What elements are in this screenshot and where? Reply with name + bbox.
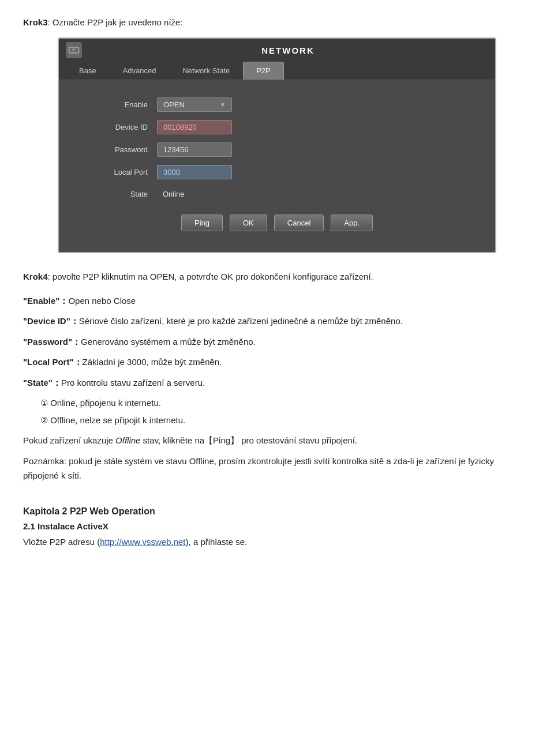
ping-button[interactable]: Ping xyxy=(181,215,223,231)
desc-enable: "Enable"：Open nebo Close xyxy=(23,294,531,309)
intro-paragraph: Krok3: Označte P2P jak je uvedeno níže: xyxy=(23,17,531,27)
desc-state: "State"：Pro kontrolu stavu zařízení a se… xyxy=(23,375,531,390)
label-device-id: Device ID xyxy=(93,123,157,131)
ok-button[interactable]: OK xyxy=(230,215,267,231)
section-heading: 2.1 Instalace ActiveX xyxy=(23,521,531,531)
network-tabs: Base Advanced Network State P2P xyxy=(59,62,495,80)
network-buttons: Ping OK Cancel App. xyxy=(93,215,461,240)
label-password: Password xyxy=(93,145,157,154)
field-local-port: Local Port 3000 xyxy=(93,165,461,179)
titlebar-icon xyxy=(66,42,82,58)
offline-note: Pokud zařízení ukazuje Offline stav, kli… xyxy=(23,433,531,448)
dropdown-arrow-icon: ▼ xyxy=(220,101,226,108)
state-option-2: ② Offline, nelze se připojit k internetu… xyxy=(40,413,531,428)
network-title: NETWORK xyxy=(88,46,488,55)
field-password: Password 123456 xyxy=(93,142,461,157)
svg-rect-0 xyxy=(69,47,79,53)
value-password[interactable]: 123456 xyxy=(157,142,232,157)
field-device-id: Device ID 00108920 xyxy=(93,120,461,134)
label-state: State xyxy=(93,190,157,198)
chapter-heading: Kapitola 2 P2P Web Operation xyxy=(23,506,531,517)
cancel-button[interactable]: Cancel xyxy=(274,215,324,231)
titlebar: NETWORK xyxy=(59,39,495,62)
step4-text: : povolte P2P kliknutím na OPEN, a potvr… xyxy=(48,272,373,281)
desc-device-id: "Device ID"：Sériové číslo zařízení, kter… xyxy=(23,314,531,329)
tab-p2p[interactable]: P2P xyxy=(243,62,284,80)
state-options-list: ① Online, připojenu k internetu. ② Offli… xyxy=(40,396,531,427)
value-state: Online xyxy=(157,187,232,201)
value-enable[interactable]: OPEN ▼ xyxy=(157,97,232,112)
network-screenshot: NETWORK Base Advanced Network State P2P … xyxy=(58,37,496,253)
step4-paragraph: Krok4: povolte P2P kliknutím na OPEN, a … xyxy=(23,269,531,284)
tab-advanced[interactable]: Advanced xyxy=(110,62,170,80)
step3-label: Krok3 xyxy=(23,17,48,27)
tab-network-state[interactable]: Network State xyxy=(169,62,243,80)
field-enable: Enable OPEN ▼ xyxy=(93,97,461,112)
network-content: Enable OPEN ▼ Device ID 00108920 Passwor… xyxy=(59,80,495,252)
label-enable: Enable xyxy=(93,100,157,109)
label-local-port: Local Port xyxy=(93,168,157,176)
state-option-1: ① Online, připojenu k internetu. xyxy=(40,396,531,411)
app-button[interactable]: App. xyxy=(331,215,373,231)
tab-base[interactable]: Base xyxy=(66,62,110,80)
desc-local-port: "Local Port"：Základní je 3000, může být … xyxy=(23,355,531,370)
remark: Poznámka: pokud je stále systém ve stavu… xyxy=(23,454,531,483)
step4-label: Krok4 xyxy=(23,272,48,281)
value-device-id: 00108920 xyxy=(157,120,232,134)
value-local-port[interactable]: 3000 xyxy=(157,165,232,179)
field-descriptions: "Enable"：Open nebo Close "Device ID"：Sér… xyxy=(23,294,531,483)
vssweb-link[interactable]: http://www.vssweb.net xyxy=(100,537,185,547)
section-text: Vložte P2P adresu (http://www.vssweb.net… xyxy=(23,535,531,550)
desc-password: "Password"：Generováno systémem a může bý… xyxy=(23,334,531,349)
step3-text: : Označte P2P jak je uvedeno níže: xyxy=(48,17,183,27)
field-state: State Online xyxy=(93,187,461,201)
